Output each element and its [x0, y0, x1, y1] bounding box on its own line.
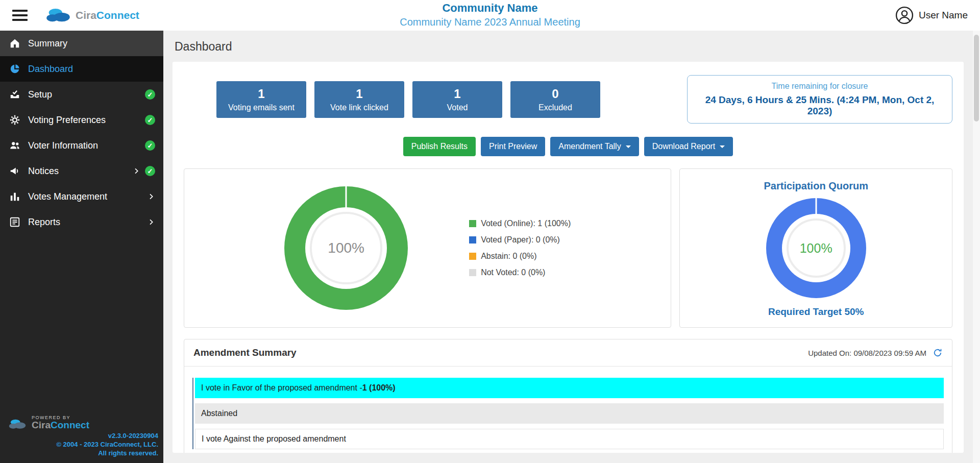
sidebar-item-setup[interactable]: Setup ✓	[0, 82, 163, 107]
sidebar-item-summary[interactable]: Summary	[0, 31, 163, 56]
stat-value: 1	[415, 87, 499, 101]
time-remaining-title: Time remaining for closure	[702, 82, 938, 91]
amendment-bars: I vote in Favor of the proposed amendmen…	[192, 378, 944, 449]
charts-row: 100% Voted (Online): 1 (100%) Voted (Pap…	[184, 168, 952, 328]
stat-vote-link-clicked: 1 Vote link clicked	[314, 81, 404, 118]
amendment-summary-body: I vote in Favor of the proposed amendmen…	[184, 367, 952, 453]
main-content: Dashboard 1 Voting emails sent 1 Vote li…	[163, 31, 973, 463]
donut-segment-divider	[815, 198, 817, 214]
sidebar-item-dashboard[interactable]: Dashboard	[0, 56, 163, 82]
sidebar-item-reports[interactable]: Reports	[0, 209, 163, 235]
legend-label: Not Voted: 0 (0%)	[481, 268, 545, 277]
stat-label: Excluded	[513, 103, 597, 112]
legend-swatch	[469, 269, 476, 276]
download-report-dropdown[interactable]: Download Report	[644, 137, 733, 156]
legend-item-voted-online: Voted (Online): 1 (100%)	[469, 219, 571, 228]
chart-legend: Voted (Online): 1 (100%) Voted (Paper): …	[469, 219, 571, 277]
ciraconnect-logo[interactable]: CiraConnect	[44, 6, 139, 25]
stat-label: Voted	[415, 103, 499, 112]
donut-center-value: 100%	[328, 240, 364, 256]
legend-label: Voted (Paper): 0 (0%)	[481, 235, 560, 245]
amendment-summary-header: Amendment Summary Updated On: 09/08/2023…	[184, 339, 952, 367]
caret-down-icon	[626, 145, 631, 148]
legend-swatch	[469, 253, 476, 260]
home-icon	[8, 37, 21, 50]
amendment-tally-dropdown[interactable]: Amendment Tally	[550, 137, 639, 156]
chevron-right-icon	[132, 167, 140, 175]
header-titles: Community Name Community Name 2023 Annua…	[0, 2, 980, 28]
bar-label: Abstained	[201, 409, 237, 418]
amendment-summary-card: Amendment Summary Updated On: 09/08/2023…	[184, 339, 952, 453]
time-remaining-value: 24 Days, 6 Hours & 25 Mins. (4:24 PM, Mo…	[702, 94, 938, 117]
sidebar-item-label: Voter Information	[28, 140, 98, 151]
donut-center: 100%	[310, 212, 382, 284]
complete-check-icon: ✓	[145, 89, 155, 100]
chevron-right-icon	[147, 192, 155, 201]
bar-label: I vote Against the proposed amendment	[202, 434, 346, 444]
bar-chart-icon	[8, 190, 21, 203]
report-list-icon	[8, 216, 21, 228]
participation-quorum-card: Participation Quorum 100% Required Targe…	[679, 168, 952, 328]
donut-center-value: 100%	[800, 241, 832, 256]
version-label: v2.3.0-20230904	[7, 432, 158, 441]
page-scrollbar[interactable]	[973, 31, 980, 463]
amendment-summary-title: Amendment Summary	[193, 347, 297, 358]
amendment-bar-abstained: Abstained	[195, 403, 944, 424]
community-name-title: Community Name	[0, 2, 980, 15]
caret-down-icon	[720, 145, 725, 148]
gear-icon	[8, 114, 21, 126]
updated-on: Updated On: 09/08/2023 09:59 AM	[808, 348, 943, 358]
stat-value: 1	[317, 87, 401, 101]
page-title: Dashboard	[175, 40, 964, 54]
users-icon	[8, 139, 21, 152]
megaphone-icon	[8, 165, 21, 177]
donut-center: 100%	[787, 218, 846, 278]
voting-results-donut-chart: 100%	[284, 186, 408, 310]
sidebar-footer: POWERED BY CiraConnect v2.3.0-20230904 ©…	[7, 415, 158, 458]
amendment-bar-against: I vote Against the proposed amendment	[195, 429, 944, 449]
required-target-label: Required Target 50%	[768, 306, 864, 318]
copyright-label: © 2004 - 2023 CiraConnect, LLC.	[7, 441, 158, 449]
scrollbar-thumb[interactable]	[974, 35, 979, 121]
print-preview-button[interactable]: Print Preview	[481, 137, 545, 156]
sidebar-item-voter-information[interactable]: Voter Information ✓	[0, 133, 163, 158]
stats-row: 1 Voting emails sent 1 Vote link clicked…	[184, 75, 952, 124]
bar-value: 1 (100%)	[362, 383, 396, 393]
footer-brand-text: CiraConnect	[32, 420, 89, 431]
brand-text: CiraConnect	[76, 9, 139, 21]
chevron-right-icon	[147, 218, 155, 226]
complete-check-icon: ✓	[145, 140, 155, 151]
sidebar-item-notices[interactable]: Notices ✓	[0, 158, 163, 184]
sidebar-item-label: Votes Management	[28, 191, 107, 202]
sidebar-item-votes-management[interactable]: Votes Management	[0, 184, 163, 209]
stat-label: Voting emails sent	[219, 103, 303, 112]
complete-check-icon: ✓	[145, 115, 155, 125]
bar-label: I vote in Favor of the proposed amendmen…	[201, 383, 362, 393]
meeting-subtitle: Community Name 2023 Annual Meeting	[0, 16, 980, 28]
footer-meta: v2.3.0-20230904 © 2004 - 2023 CiraConnec…	[7, 432, 158, 458]
legend-label: Abstain: 0 (0%)	[481, 252, 536, 261]
stat-excluded: 0 Excluded	[510, 81, 600, 118]
stat-value: 0	[513, 87, 597, 101]
sidebar-item-label: Dashboard	[28, 64, 73, 75]
pie-chart-icon	[8, 63, 21, 75]
sidebar-item-label: Summary	[28, 38, 67, 49]
dashboard-panel: 1 Voting emails sent 1 Vote link clicked…	[173, 62, 964, 453]
updated-on-label: Updated On: 09/08/2023 09:59 AM	[808, 349, 926, 357]
legend-item-voted-paper: Voted (Paper): 0 (0%)	[469, 235, 571, 245]
voting-results-chart-card: 100% Voted (Online): 1 (100%) Voted (Pap…	[184, 168, 671, 328]
publish-results-button[interactable]: Publish Results	[403, 137, 476, 156]
sidebar-item-label: Notices	[28, 166, 59, 177]
refresh-icon[interactable]	[933, 348, 943, 358]
legend-swatch	[469, 220, 476, 227]
legend-swatch	[469, 236, 476, 243]
legend-item-abstain: Abstain: 0 (0%)	[469, 252, 571, 261]
sidebar-item-voting-preferences[interactable]: Voting Preferences ✓	[0, 107, 163, 133]
amendment-bar-favor: I vote in Favor of the proposed amendmen…	[195, 378, 944, 398]
hamburger-menu-icon[interactable]	[12, 10, 28, 21]
sidebar-item-label: Setup	[28, 89, 52, 100]
actions-row: Publish Results Print Preview Amendment …	[184, 137, 952, 156]
user-menu[interactable]: User Name	[895, 6, 968, 25]
participation-quorum-title: Participation Quorum	[764, 180, 868, 192]
stat-label: Vote link clicked	[317, 103, 401, 112]
